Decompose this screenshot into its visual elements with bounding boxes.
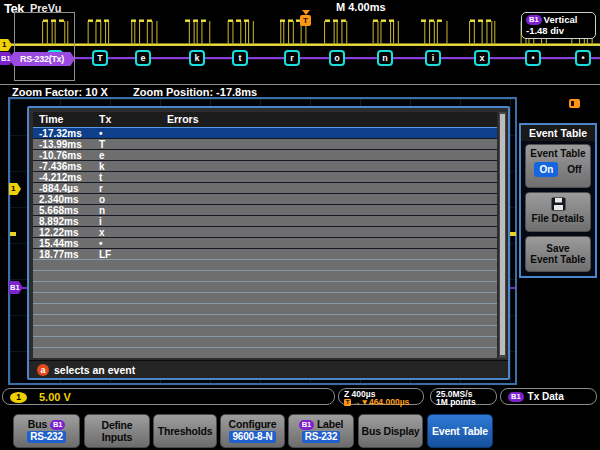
table-row-empty [33, 281, 497, 292]
softkey-define-inputs[interactable]: DefineInputs [84, 414, 150, 448]
menu-marker-icon [569, 99, 580, 108]
column-header-time: Time [39, 113, 63, 125]
softkey-bus[interactable]: BusB1RS-232 [13, 414, 80, 448]
zoom-window-bracket[interactable] [14, 12, 75, 81]
decoded-char-box: o [329, 50, 345, 66]
softkey-label: Bus [28, 419, 47, 430]
softkey-sublabel: 9600-8-N [229, 431, 275, 443]
channel1-badge: 1 [10, 392, 27, 403]
column-header-errors: Errors [167, 113, 199, 125]
b1-badge: B1 [526, 15, 542, 25]
bus-b1-marker: B1 [9, 281, 23, 294]
event-table-toggle-button[interactable]: Event Table On Off [525, 144, 591, 188]
bus-source-readout: B1 Tx Data [500, 388, 597, 405]
save-event-table-button[interactable]: Save Event Table [525, 236, 591, 272]
table-row-empty [33, 314, 497, 325]
softkey-sublabel: RS-232 [27, 431, 66, 443]
side-menu-panel: Event Table Event Table On Off File Deta… [519, 123, 597, 278]
b1-vertical-readout: B1Vertical -1.48 div [521, 12, 596, 39]
table-row[interactable]: -13.99msT [33, 138, 497, 149]
readout-bar: 1 5.00 V Z 400µs T→▼464.000µs 25.0MS/s 1… [0, 388, 600, 405]
table-row[interactable]: -4.212mst [33, 171, 497, 182]
file-details-button[interactable]: File Details [525, 192, 591, 232]
decoded-char-box: • [575, 50, 591, 66]
divider-line [0, 84, 600, 85]
table-row-empty [33, 303, 497, 314]
table-row-empty [33, 336, 497, 347]
waveform-overview: 1 B1 RS-232(Tx) Tektronix•• T B1Vertical… [0, 12, 600, 84]
table-row-empty [33, 292, 497, 303]
toggle-off-option[interactable]: Off [567, 164, 581, 175]
channel1-scale-value: 5.00 V [39, 391, 71, 403]
decoded-char-box: e [135, 50, 151, 66]
column-header-tx: Tx [99, 113, 111, 125]
decoded-char-box: x [474, 50, 490, 66]
softkey-sublabel: Inputs [102, 432, 132, 443]
softkey-configure[interactable]: Configure9600-8-N [220, 414, 285, 448]
bus-decode-label: RS-232(Tx) [9, 52, 75, 66]
softkey-label: Configure [229, 419, 277, 430]
softkey-event-table[interactable]: Event Table [427, 414, 493, 448]
table-row[interactable]: -7.436msk [33, 160, 497, 171]
side-menu-title: Event Table [521, 125, 595, 141]
event-table-rows: -17.32ms•-13.99msT-10.76mse-7.436msk-4.2… [33, 127, 497, 358]
table-row[interactable]: 2.340mso [33, 193, 497, 204]
event-table-header: Time Tx Errors [33, 112, 497, 127]
table-row[interactable]: -17.32ms• [33, 127, 497, 138]
main-graticule: 1 B1 Time Tx Errors -17.32ms•-13.99msT-1… [8, 97, 517, 385]
b1-badge: B1 [508, 392, 524, 402]
softkey-label: Bus Display [362, 426, 420, 437]
toggle-on-option[interactable]: On [534, 162, 558, 177]
softkey-label: Thresholds [158, 426, 213, 437]
decoded-char-box: • [525, 50, 541, 66]
table-row-empty [33, 270, 497, 281]
trigger-icon: T [344, 399, 351, 406]
knob-a-icon: a [37, 364, 49, 376]
softkey-label: Define [102, 420, 133, 431]
b1-badge: B1 [299, 420, 314, 430]
table-row[interactable]: 8.892msi [33, 215, 497, 226]
table-row[interactable]: -884.4µsr [33, 182, 497, 193]
decoded-char-box: n [377, 50, 393, 66]
zoom-scale-readout: Z 400µs T→▼464.000µs [338, 388, 424, 405]
event-table-popup: Time Tx Errors -17.32ms•-13.99msT-10.76m… [27, 106, 510, 380]
softkey-label: Label [317, 419, 343, 430]
channel-level-tick [10, 232, 16, 236]
table-row-empty [33, 325, 497, 336]
trigger-position-icon: T [300, 12, 312, 26]
decoded-char-box: r [284, 50, 300, 66]
channel-level-tick [510, 232, 516, 236]
decoded-char-box: k [189, 50, 205, 66]
softkey-thresholds[interactable]: Thresholds [153, 414, 217, 448]
decoded-char-box: T [92, 50, 108, 66]
softkey-label[interactable]: B1LabelRS-232 [288, 414, 354, 448]
floppy-disk-icon [551, 197, 566, 211]
decoded-char-box: t [232, 50, 248, 66]
table-row[interactable]: -10.76mse [33, 149, 497, 160]
table-row[interactable]: 5.668msn [33, 204, 497, 215]
knob-hint-bar: a selects an event [29, 360, 508, 378]
sample-rate-readout: 25.0MS/s 1M points [430, 388, 497, 405]
softkey-label: Event Table [432, 426, 488, 437]
oscilloscope-screen: Tek PreVu M 4.00ms 1 B1 RS-232(Tx) Tektr… [0, 0, 600, 450]
b1-badge: B1 [50, 420, 65, 430]
table-row[interactable]: 18.77msLF [33, 248, 497, 259]
channel1-readout: 1 5.00 V [2, 388, 335, 405]
table-row[interactable]: 12.22msx [33, 226, 497, 237]
scrollbar-thumb[interactable] [500, 114, 505, 355]
channel1-marker: 1 [9, 183, 21, 195]
table-row-empty [33, 259, 497, 270]
table-row[interactable]: 15.44ms• [33, 237, 497, 248]
bottom-softkey-menu: BusB1RS-232DefineInputsThresholdsConfigu… [0, 413, 600, 450]
softkey-sublabel: RS-232 [302, 431, 341, 443]
table-row-empty [33, 347, 497, 358]
decoded-char-box: i [425, 50, 441, 66]
softkey-bus-display[interactable]: Bus Display [358, 414, 423, 448]
table-scrollbar[interactable] [499, 112, 506, 358]
